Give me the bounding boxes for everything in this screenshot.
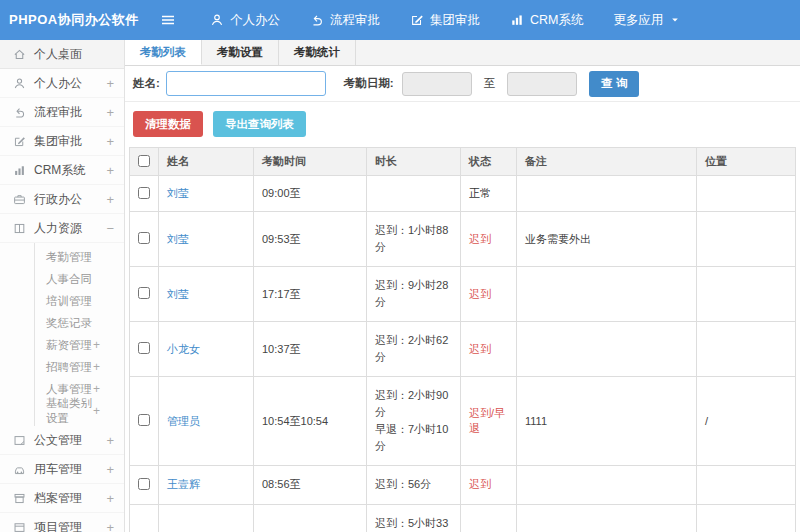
row-checkbox-cell — [130, 176, 159, 212]
row-checkbox[interactable] — [138, 342, 150, 354]
employee-name-link[interactable]: 小龙女 — [167, 343, 200, 355]
sidebar-subitem-base-category-settings[interactable]: 基础类别设置+ — [35, 400, 124, 422]
sidebar-item-project-mgmt[interactable]: 项目管理+ — [0, 513, 124, 532]
cell-note — [517, 504, 697, 532]
cell-duration — [367, 176, 461, 212]
cell-duration: 迟到：56分 — [367, 466, 461, 504]
cell-name: 王壹辉 — [159, 466, 254, 504]
sidebar-item-personal-office[interactable]: 个人办公+ — [0, 69, 124, 98]
sidebar-subitem-salary-mgmt[interactable]: 薪资管理+ — [35, 334, 124, 356]
table-row: 刘莹09:00至正常 — [130, 176, 796, 212]
filter-bar: 姓名: 考勤日期: 至 查 询 — [125, 66, 800, 102]
sidebar-subitem-training-mgmt[interactable]: 培训管理 — [35, 290, 124, 312]
hamburger-icon[interactable] — [160, 10, 180, 30]
date-to-input[interactable] — [507, 72, 577, 96]
employee-name-link[interactable]: 王壹辉 — [167, 478, 200, 490]
tab-attendance-list[interactable]: 考勤列表 — [125, 40, 202, 65]
cell-attendance-time: 09:53至 — [254, 212, 367, 267]
cell-status: 正常 — [461, 176, 517, 212]
row-checkbox-cell — [130, 377, 159, 466]
sidebar-item-archive-mgmt[interactable]: 档案管理+ — [0, 484, 124, 513]
sidebar-subitem-hr-contract[interactable]: 人事合同 — [35, 268, 124, 290]
sidebar-item-label: 行政办公 — [34, 191, 82, 208]
expand-icon: + — [106, 492, 114, 505]
top-nav-workflow-approval[interactable]: 流程审批 — [310, 12, 380, 29]
sidebar-item-group-approval[interactable]: 集团审批+ — [0, 127, 124, 156]
sidebar-subitem-label: 奖惩记录 — [46, 316, 92, 331]
row-checkbox[interactable] — [138, 187, 150, 199]
name-filter-input[interactable] — [166, 71, 326, 96]
row-checkbox[interactable] — [138, 414, 150, 426]
sidebar-subitem-reward-records[interactable]: 奖惩记录 — [35, 312, 124, 334]
briefcase-icon — [13, 193, 26, 206]
row-checkbox[interactable] — [138, 232, 150, 244]
row-checkbox-cell — [130, 267, 159, 322]
sidebar-item-crm[interactable]: CRM系统+ — [0, 156, 124, 185]
tab-strip: 考勤列表考勤设置考勤统计 — [125, 40, 800, 66]
action-bar: 清理数据 导出查询列表 — [125, 102, 800, 147]
top-nav-label: CRM系统 — [530, 12, 583, 29]
flow-icon — [310, 13, 324, 27]
collapse-icon: − — [106, 222, 114, 235]
cell-note: 1111 — [517, 377, 697, 466]
cell-duration: 迟到：9小时28分 — [367, 267, 461, 322]
expand-icon: + — [106, 521, 114, 532]
cell-duration: 迟到：1小时88分 — [367, 212, 461, 267]
tab-attendance-settings[interactable]: 考勤设置 — [202, 40, 279, 65]
cell-name: 刘莹 — [159, 212, 254, 267]
employee-name-link[interactable]: 管理员 — [167, 415, 200, 427]
status-badge: 迟到/早退 — [469, 407, 505, 434]
employee-name-link[interactable]: 刘莹 — [167, 187, 189, 199]
top-nav-more-apps[interactable]: 更多应用 — [613, 12, 680, 29]
sidebar-item-vehicle-mgmt[interactable]: 用车管理+ — [0, 455, 124, 484]
book-icon — [13, 222, 26, 235]
sidebar-subitem-label: 薪资管理 — [46, 338, 92, 353]
top-nav-crm[interactable]: CRM系统 — [510, 12, 583, 29]
column-header-5: 位置 — [697, 148, 796, 176]
cell-status: 迟到 — [461, 322, 517, 377]
expand-icon: + — [106, 463, 114, 476]
top-nav: 个人办公流程审批集团审批CRM系统更多应用 — [180, 12, 680, 29]
duration-line: 早退：7小时10分 — [375, 421, 455, 455]
cell-note — [517, 466, 697, 504]
employee-name-link[interactable]: 刘莹 — [167, 288, 189, 300]
sidebar-subitem-attendance-mgmt[interactable]: 考勤管理 — [35, 246, 124, 268]
expand-icon: + — [106, 135, 114, 148]
sidebar-item-label: 个人桌面 — [34, 46, 82, 63]
select-all-checkbox[interactable] — [138, 155, 150, 167]
table-row: 王壹辉08:56至迟到：56分迟到 — [130, 466, 796, 504]
expand-icon: + — [93, 339, 100, 351]
clear-data-button[interactable]: 清理数据 — [133, 111, 203, 137]
sidebar-item-admin-office[interactable]: 行政办公+ — [0, 185, 124, 214]
cell-location — [697, 212, 796, 267]
search-button[interactable]: 查 询 — [589, 71, 639, 97]
top-nav-personal-office[interactable]: 个人办公 — [210, 12, 280, 29]
sidebar-submenu-hr: 考勤管理人事合同培训管理奖惩记录薪资管理+招聘管理+人事管理+基础类别设置+ — [34, 243, 124, 426]
row-checkbox[interactable] — [138, 287, 150, 299]
top-nav-label: 集团审批 — [430, 12, 480, 29]
status-badge: 迟到 — [469, 478, 491, 490]
row-checkbox-cell — [130, 504, 159, 532]
sidebar-item-personal-desktop[interactable]: 个人桌面 — [0, 40, 124, 69]
flow-icon — [13, 106, 26, 119]
duration-line: 迟到：56分 — [375, 476, 455, 493]
column-header-1: 考勤时间 — [254, 148, 367, 176]
sidebar-item-label: 个人办公 — [34, 75, 82, 92]
date-from-input[interactable] — [402, 72, 472, 96]
project-icon — [13, 521, 26, 532]
sidebar-item-hr[interactable]: 人力资源− — [0, 214, 124, 243]
table-row: 黄莺13:20至13:20迟到：5小时33分早退：4小时67分迟到/早退/ — [130, 504, 796, 532]
sidebar-subitem-recruitment-mgmt[interactable]: 招聘管理+ — [35, 356, 124, 378]
date-to-label: 至 — [484, 76, 496, 91]
row-checkbox[interactable] — [138, 478, 150, 490]
sidebar-item-workflow-approval[interactable]: 流程审批+ — [0, 98, 124, 127]
sidebar-item-document-mgmt[interactable]: 公文管理+ — [0, 426, 124, 455]
cell-attendance-time: 13:20至13:20 — [254, 504, 367, 532]
sidebar-subitem-label: 人事合同 — [46, 272, 92, 287]
cell-location — [697, 176, 796, 212]
top-nav-group-approval[interactable]: 集团审批 — [410, 12, 480, 29]
employee-name-link[interactable]: 刘莹 — [167, 233, 189, 245]
export-list-button[interactable]: 导出查询列表 — [213, 111, 306, 137]
tab-attendance-stats[interactable]: 考勤统计 — [279, 40, 356, 65]
cell-name: 管理员 — [159, 377, 254, 466]
